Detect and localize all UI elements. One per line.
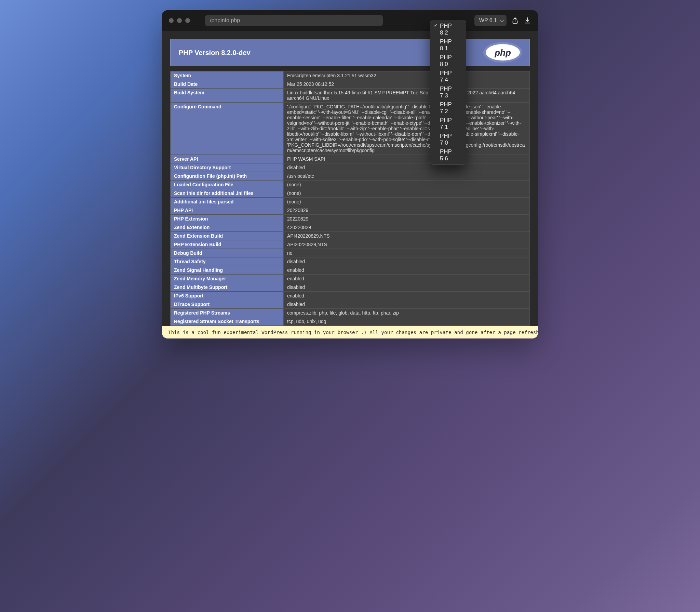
php-version-option[interactable]: PHP 7.0 <box>432 132 465 147</box>
wp-version-select[interactable]: WP 6.1 <box>474 15 507 26</box>
table-key: Zend Signal Handling <box>171 266 283 274</box>
table-value: Emscripten emscripten 3.1.21 #1 wasm32 <box>284 71 529 80</box>
php-version-option[interactable]: PHP 8.2 <box>432 22 465 37</box>
table-row: Scan this dir for additional .ini files(… <box>171 189 529 197</box>
close-window-button[interactable] <box>169 18 174 23</box>
table-value: enabled <box>284 266 529 274</box>
table-key: Build System <box>171 89 283 102</box>
table-value: Mar 25 2023 08:12:52 <box>284 80 529 88</box>
php-version-option[interactable]: PHP 5.6 <box>432 147 465 163</box>
table-row: Virtual Directory Supportdisabled <box>171 163 529 172</box>
table-value: /usr/local/etc <box>284 172 529 180</box>
table-value: disabled <box>284 163 529 172</box>
table-key: Zend Extension <box>171 223 283 231</box>
table-row: Configure Command'./configure' 'PKG_CONF… <box>171 103 529 155</box>
table-key: PHP Extension <box>171 215 283 223</box>
table-value: 20220829 <box>284 215 529 223</box>
share-icon <box>511 17 519 24</box>
chevron-down-icon <box>499 18 504 23</box>
table-value: './configure' 'PKG_CONFIG_PATH=/root/lib… <box>284 103 529 155</box>
table-row: Zend Memory Managerenabled <box>171 275 529 283</box>
table-row: Configuration File (php.ini) Path/usr/lo… <box>171 172 529 180</box>
address-bar[interactable]: /phpinfo.php <box>205 15 383 26</box>
table-row: PHP Extension20220829 <box>171 215 529 223</box>
php-version-option[interactable]: PHP 7.3 <box>432 84 465 100</box>
table-row: Build SystemLinux buildkitsandbox 5.15.4… <box>171 89 529 102</box>
table-row: Debug Buildno <box>171 249 529 257</box>
table-key: PHP Extension Build <box>171 240 283 249</box>
table-value: disabled <box>284 257 529 266</box>
table-key: Virtual Directory Support <box>171 163 283 172</box>
table-key: Loaded Configuration File <box>171 181 283 189</box>
table-row: Registered PHP Streamscompress.zlib, php… <box>171 309 529 317</box>
phpinfo-table: SystemEmscripten emscripten 3.1.21 #1 wa… <box>170 71 530 334</box>
table-row: Zend Extension420220829 <box>171 223 529 231</box>
minimize-window-button[interactable] <box>177 18 182 23</box>
table-key: PHP API <box>171 206 283 214</box>
table-key: Configuration File (php.ini) Path <box>171 172 283 180</box>
table-value: (none) <box>284 198 529 206</box>
table-row: DTrace Supportdisabled <box>171 300 529 308</box>
table-row: PHP API20220829 <box>171 206 529 214</box>
table-value: disabled <box>284 283 529 291</box>
table-key: Zend Extension Build <box>171 232 283 240</box>
table-value: (none) <box>284 189 529 197</box>
wp-version-label: WP 6.1 <box>479 17 497 24</box>
table-value: 20220829 <box>284 206 529 214</box>
table-value: enabled <box>284 275 529 283</box>
share-button[interactable] <box>511 17 519 24</box>
footer-notice: This is a cool fun experimental WordPres… <box>162 326 538 338</box>
table-value: no <box>284 249 529 257</box>
table-key: Server API <box>171 155 283 163</box>
table-value: PHP WASM SAPI <box>284 155 529 163</box>
phpinfo-banner: PHP Version 8.2.0-dev php <box>170 39 530 66</box>
title-bar: /phpinfo.php WP 6.1 PHP 8.2PHP 8.1PHP 8.… <box>162 10 538 31</box>
table-key: Configure Command <box>171 103 283 155</box>
page-content: PHP Version 8.2.0-dev php SystemEmscript… <box>162 31 538 338</box>
table-key: Thread Safety <box>171 257 283 266</box>
table-row: IPv6 Supportenabled <box>171 292 529 300</box>
table-key: Scan this dir for additional .ini files <box>171 189 283 197</box>
php-version-option[interactable]: PHP 7.1 <box>432 116 465 132</box>
php-version-option[interactable]: PHP 7.4 <box>432 69 465 84</box>
table-key: IPv6 Support <box>171 292 283 300</box>
table-row: Thread Safetydisabled <box>171 257 529 266</box>
table-row: Loaded Configuration File(none) <box>171 181 529 189</box>
address-text: /phpinfo.php <box>210 17 240 24</box>
table-row: Zend Signal Handlingenabled <box>171 266 529 274</box>
table-row: SystemEmscripten emscripten 3.1.21 #1 wa… <box>171 71 529 80</box>
table-value: Linux buildkitsandbox 5.15.49-linuxkit #… <box>284 89 529 102</box>
maximize-window-button[interactable] <box>185 18 190 23</box>
php-version-option[interactable]: PHP 8.0 <box>432 53 465 69</box>
table-row: Server APIPHP WASM SAPI <box>171 155 529 163</box>
window-controls <box>169 18 190 23</box>
table-row: Zend Extension BuildAPI420220829,NTS <box>171 232 529 240</box>
php-version-dropdown[interactable]: PHP 8.2PHP 8.1PHP 8.0PHP 7.4PHP 7.3PHP 7… <box>430 20 466 165</box>
table-key: Build Date <box>171 80 283 88</box>
table-key: Debug Build <box>171 249 283 257</box>
table-key: Zend Memory Manager <box>171 275 283 283</box>
download-icon <box>524 17 531 24</box>
table-key: DTrace Support <box>171 300 283 308</box>
table-key: System <box>171 71 283 80</box>
table-row: Build DateMar 25 2023 08:12:52 <box>171 80 529 88</box>
table-value: (none) <box>284 181 529 189</box>
download-button[interactable] <box>524 17 531 24</box>
app-window: /phpinfo.php WP 6.1 PHP 8.2PHP 8.1PHP 8.… <box>162 10 538 338</box>
table-value: enabled <box>284 292 529 300</box>
table-row: PHP Extension BuildAPI20220829,NTS <box>171 240 529 249</box>
php-version-option[interactable]: PHP 7.2 <box>432 100 465 116</box>
table-row: Zend Multibyte Supportdisabled <box>171 283 529 291</box>
svg-text:php: php <box>494 48 511 58</box>
table-key: Zend Multibyte Support <box>171 283 283 291</box>
php-version-title: PHP Version 8.2.0-dev <box>179 49 251 57</box>
table-value: tcp, udp, unix, udg <box>284 317 529 325</box>
table-key: Additional .ini files parsed <box>171 198 283 206</box>
table-value: 420220829 <box>284 223 529 231</box>
table-value: disabled <box>284 300 529 308</box>
php-version-option[interactable]: PHP 8.1 <box>432 37 465 53</box>
table-row: Registered Stream Socket Transportstcp, … <box>171 317 529 325</box>
table-key: Registered Stream Socket Transports <box>171 317 283 325</box>
table-row: Additional .ini files parsed(none) <box>171 198 529 206</box>
php-logo: php <box>482 41 523 63</box>
